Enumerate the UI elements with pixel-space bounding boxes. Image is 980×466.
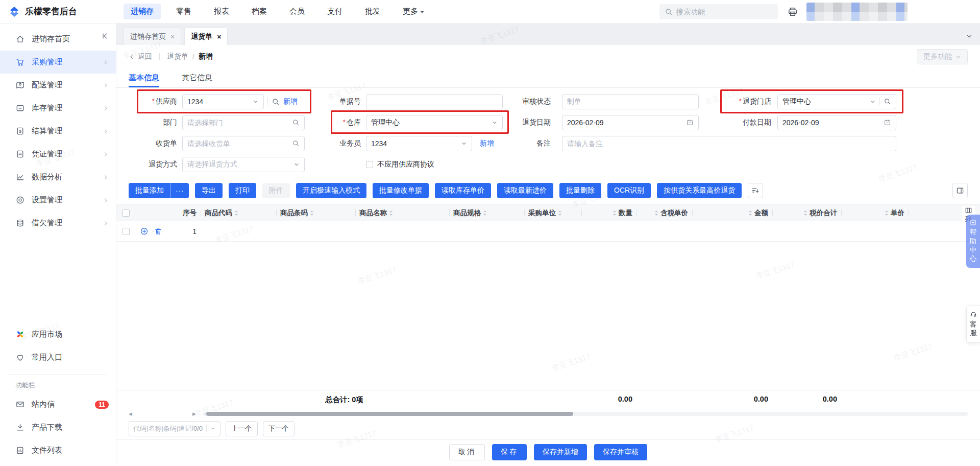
column-amount[interactable]: 金额 xyxy=(692,205,772,221)
remark-input[interactable] xyxy=(562,136,896,151)
sort-list-icon[interactable] xyxy=(748,183,763,198)
sidebar-collapse-icon[interactable] xyxy=(101,32,109,40)
sidebar-item-home[interactable]: 进销存首页 xyxy=(0,28,116,51)
next-button[interactable]: 下一个 xyxy=(263,421,295,436)
nav-item-wholesale[interactable]: 批发 xyxy=(358,4,387,19)
back-button[interactable]: 返回 xyxy=(129,52,152,61)
panel-toggle-icon[interactable] xyxy=(952,183,968,198)
sidebar-item-voucher[interactable]: 凭证管理 xyxy=(0,143,116,166)
doc-no-field[interactable] xyxy=(371,98,498,106)
department-field[interactable] xyxy=(187,119,292,127)
tab-return-order[interactable]: 退货单 × xyxy=(184,28,228,45)
nav-item-reports[interactable]: 报表 xyxy=(207,4,236,19)
export-button[interactable]: 导出 xyxy=(195,183,223,198)
cancel-button[interactable]: 取消 xyxy=(449,444,485,460)
remark-field[interactable] xyxy=(567,139,891,148)
tab-basic-info[interactable]: 基本信息 xyxy=(129,68,159,87)
nav-item-archives[interactable]: 档案 xyxy=(244,4,274,19)
sidebar-item-delivery[interactable]: 配送管理 xyxy=(0,74,116,97)
ocr-button[interactable]: OCR识别 xyxy=(607,183,651,198)
sidebar-item-app-market[interactable]: 应用市场 xyxy=(0,323,116,346)
tab-inventory-home[interactable]: 进销存首页 × xyxy=(124,28,181,45)
nav-item-members[interactable]: 会员 xyxy=(282,4,312,19)
no-supplier-protocol-checkbox[interactable]: 不应用供应商协议 xyxy=(366,160,434,169)
store-search-icon[interactable] xyxy=(884,98,891,105)
sidebar-item-messages[interactable]: 站内信 11 xyxy=(0,393,116,416)
column-code[interactable]: 商品代码 xyxy=(201,205,276,221)
printer-icon[interactable] xyxy=(787,6,798,17)
search-input[interactable] xyxy=(676,8,773,16)
save-and-new-button[interactable]: 保存并新增 xyxy=(534,444,587,460)
column-spec[interactable]: 商品规格 xyxy=(449,205,524,221)
save-button[interactable]: 保存 xyxy=(492,444,527,460)
global-search[interactable] xyxy=(659,4,778,19)
search-icon[interactable] xyxy=(292,139,300,147)
batch-delete-button[interactable]: 批量删除 xyxy=(559,183,601,198)
row-checkbox[interactable] xyxy=(116,228,136,235)
warehouse-select[interactable]: 管理中心 xyxy=(366,115,503,130)
sidebar-item-settlement[interactable]: $ 结算管理 xyxy=(0,120,116,143)
receipt-input[interactable] xyxy=(182,136,305,151)
column-qty[interactable]: 数量 xyxy=(581,205,636,221)
sidebar-item-files[interactable]: 文件列表 xyxy=(0,439,116,462)
tab-list-chevron-icon[interactable] xyxy=(966,33,973,40)
column-tax-total[interactable]: 税价合计 xyxy=(772,205,841,221)
read-latest-price-button[interactable]: 读取最新进价 xyxy=(497,183,553,198)
delete-row-icon[interactable] xyxy=(154,227,162,236)
supplier-add-link[interactable]: 新增 xyxy=(283,97,298,106)
sidebar-item-inventory[interactable]: 库存管理 xyxy=(0,97,116,120)
previous-button[interactable]: 上一个 xyxy=(226,421,258,436)
scrollbar-thumb[interactable] xyxy=(206,412,573,416)
column-name[interactable]: 商品名称 xyxy=(355,205,449,221)
search-icon[interactable] xyxy=(292,119,300,126)
help-center-tab[interactable]: 帮助中心 xyxy=(966,215,980,268)
sidebar-item-favorites[interactable]: 常用入口 xyxy=(0,346,116,369)
customer-service-tab[interactable]: 客服 xyxy=(966,306,980,343)
tab-other-info[interactable]: 其它信息 xyxy=(182,68,212,87)
quick-search-box[interactable]: 0/0 xyxy=(129,421,220,436)
receipt-field[interactable] xyxy=(187,139,292,148)
speed-input-button[interactable]: 开启极速输入模式 xyxy=(296,183,366,198)
scroll-right-icon[interactable]: ▶ xyxy=(192,412,196,416)
column-barcode[interactable]: 商品条码 xyxy=(276,205,355,221)
return-store-select[interactable]: 管理中心 xyxy=(777,94,896,109)
column-tax-price[interactable]: 含税单价 xyxy=(636,205,692,221)
sidebar-item-downloads[interactable]: 产品下载 xyxy=(0,416,116,439)
salesman-add-link[interactable]: 新增 xyxy=(480,139,494,148)
add-row-icon[interactable] xyxy=(140,227,149,236)
chevron-down-icon[interactable] xyxy=(210,426,216,431)
nav-item-retail[interactable]: 零售 xyxy=(169,4,199,19)
sidebar-item-settings[interactable]: 设置管理 xyxy=(0,189,116,212)
sidebar-item-debt[interactable]: 借欠管理 xyxy=(0,212,116,235)
salesman-select[interactable]: 1234 xyxy=(366,136,472,151)
more-functions-button[interactable]: 更多功能 xyxy=(917,49,968,64)
print-button[interactable]: 打印 xyxy=(229,183,256,198)
close-icon[interactable]: × xyxy=(217,33,221,40)
doc-no-input[interactable] xyxy=(366,94,503,109)
department-input[interactable] xyxy=(182,115,305,130)
pay-date-picker[interactable]: 2026-02-09 xyxy=(777,115,896,130)
supplier-select[interactable]: 1234 xyxy=(182,94,264,109)
column-unit[interactable]: 采购单位 xyxy=(524,205,581,221)
nav-item-inventory[interactable]: 进销存 xyxy=(124,4,161,19)
nav-item-payment[interactable]: 支付 xyxy=(320,4,350,19)
select-all-checkbox[interactable] xyxy=(116,205,136,221)
save-and-audit-button[interactable]: 保存并审核 xyxy=(594,444,647,460)
column-unit-price[interactable]: 单价 xyxy=(841,205,909,221)
sidebar-item-analytics[interactable]: 数据分析 xyxy=(0,166,116,189)
close-icon[interactable]: × xyxy=(170,33,175,40)
user-info-redacted xyxy=(806,3,908,21)
return-method-select[interactable]: 请选择退货方式 xyxy=(182,157,305,172)
supplier-search-icon[interactable] xyxy=(272,98,280,106)
batch-add-more-button[interactable]: ··· xyxy=(170,183,189,198)
batch-edit-button[interactable]: 批量修改单据 xyxy=(373,183,429,198)
scrollbar-track[interactable] xyxy=(203,412,968,416)
return-date-picker[interactable]: 2026-02-09 xyxy=(562,115,699,130)
nav-item-more[interactable]: 更多 xyxy=(396,4,431,19)
read-stock-price-button[interactable]: 读取库存单价 xyxy=(435,183,491,198)
sidebar-item-purchase[interactable]: 采购管理 xyxy=(0,51,116,74)
quick-search-input[interactable] xyxy=(133,425,193,432)
highest-price-return-button[interactable]: 按供货关系最高价退货 xyxy=(657,183,742,198)
batch-add-button[interactable]: 批量添加 xyxy=(129,183,170,198)
scroll-left-icon[interactable]: ◀ xyxy=(129,412,132,416)
